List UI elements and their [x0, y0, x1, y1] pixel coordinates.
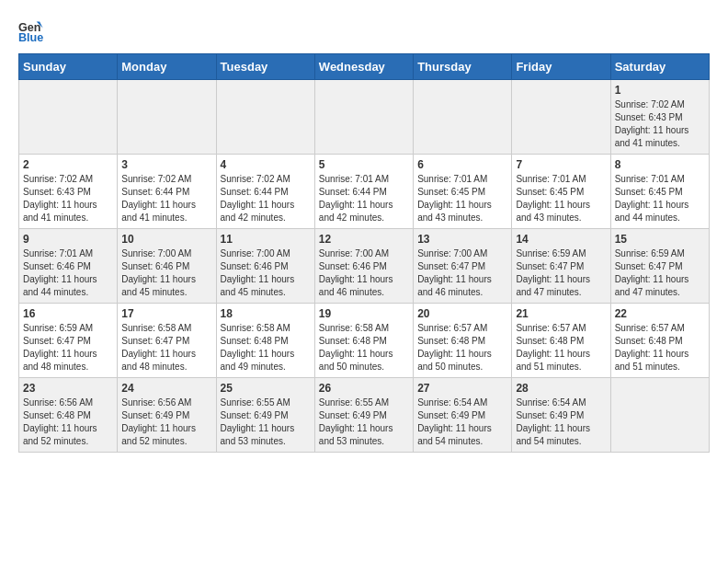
day-info: Sunrise: 7:02 AMSunset: 6:44 PMDaylight:… [121, 173, 211, 224]
calendar-cell-4-4: 27Sunrise: 6:54 AMSunset: 6:49 PMDayligh… [414, 378, 512, 453]
day-number: 24 [121, 382, 211, 395]
weekday-monday: Monday [118, 54, 216, 80]
calendar-cell-3-4: 20Sunrise: 6:57 AMSunset: 6:48 PMDayligh… [414, 304, 512, 378]
calendar-cell-4-5: 28Sunrise: 6:54 AMSunset: 6:49 PMDayligh… [512, 378, 610, 453]
calendar-cell-2-3: 12Sunrise: 7:00 AMSunset: 6:46 PMDayligh… [314, 229, 413, 304]
day-info: Sunrise: 6:58 AMSunset: 6:48 PMDaylight:… [319, 322, 409, 373]
day-info: Sunrise: 6:55 AMSunset: 6:49 PMDaylight:… [319, 396, 409, 448]
day-number: 1 [615, 84, 705, 97]
day-info: Sunrise: 7:02 AMSunset: 6:43 PMDaylight:… [615, 98, 705, 150]
day-info: Sunrise: 7:00 AMSunset: 6:46 PMDaylight:… [221, 247, 311, 299]
weekday-wednesday: Wednesday [314, 54, 413, 80]
day-number: 6 [417, 158, 507, 171]
day-info: Sunrise: 6:59 AMSunset: 6:47 PMDaylight:… [23, 322, 113, 373]
weekday-friday: Friday [512, 54, 610, 80]
day-number: 21 [516, 307, 606, 320]
day-number: 11 [221, 233, 311, 246]
day-number: 23 [23, 382, 113, 395]
calendar-cell-1-5: 7Sunrise: 7:01 AMSunset: 6:45 PMDaylight… [512, 155, 610, 229]
day-number: 25 [221, 382, 311, 395]
calendar-cell-4-1: 24Sunrise: 6:56 AMSunset: 6:49 PMDayligh… [118, 378, 216, 453]
svg-text:Blue: Blue [18, 31, 43, 44]
weekday-sunday: Sunday [19, 54, 118, 80]
day-info: Sunrise: 6:56 AMSunset: 6:49 PMDaylight:… [121, 396, 211, 448]
calendar-cell-3-0: 16Sunrise: 6:59 AMSunset: 6:47 PMDayligh… [19, 304, 118, 378]
day-number: 22 [615, 307, 705, 320]
day-info: Sunrise: 6:58 AMSunset: 6:47 PMDaylight:… [121, 322, 211, 373]
calendar-cell-0-0 [19, 80, 118, 155]
calendar-week-1: 2Sunrise: 7:02 AMSunset: 6:43 PMDaylight… [19, 155, 710, 229]
calendar-cell-2-4: 13Sunrise: 7:00 AMSunset: 6:47 PMDayligh… [414, 229, 512, 304]
day-info: Sunrise: 7:01 AMSunset: 6:44 PMDaylight:… [319, 173, 409, 224]
logo: Gen Blue [18, 18, 48, 44]
calendar-cell-2-0: 9Sunrise: 7:01 AMSunset: 6:46 PMDaylight… [19, 229, 118, 304]
day-number: 8 [615, 158, 705, 171]
calendar-cell-0-4 [414, 80, 512, 155]
day-info: Sunrise: 6:54 AMSunset: 6:49 PMDaylight:… [417, 396, 507, 448]
calendar-cell-0-6: 1Sunrise: 7:02 AMSunset: 6:43 PMDaylight… [610, 80, 709, 155]
day-number: 26 [319, 382, 409, 395]
day-info: Sunrise: 7:00 AMSunset: 6:46 PMDaylight:… [121, 247, 211, 299]
calendar-cell-1-6: 8Sunrise: 7:01 AMSunset: 6:45 PMDaylight… [610, 155, 709, 229]
calendar-body: 1Sunrise: 7:02 AMSunset: 6:43 PMDaylight… [19, 80, 710, 453]
weekday-tuesday: Tuesday [216, 54, 314, 80]
day-number: 28 [516, 382, 606, 395]
page-header: Gen Blue [18, 18, 710, 44]
day-info: Sunrise: 6:59 AMSunset: 6:47 PMDaylight:… [615, 247, 705, 299]
logo-icon: Gen Blue [18, 18, 44, 44]
day-number: 27 [417, 382, 507, 395]
day-number: 2 [23, 158, 113, 171]
calendar-week-3: 16Sunrise: 6:59 AMSunset: 6:47 PMDayligh… [19, 304, 710, 378]
calendar-cell-2-5: 14Sunrise: 6:59 AMSunset: 6:47 PMDayligh… [512, 229, 610, 304]
calendar-cell-1-3: 5Sunrise: 7:01 AMSunset: 6:44 PMDaylight… [314, 155, 413, 229]
day-info: Sunrise: 6:59 AMSunset: 6:47 PMDaylight:… [516, 247, 606, 299]
day-number: 18 [221, 307, 311, 320]
day-info: Sunrise: 6:57 AMSunset: 6:48 PMDaylight:… [417, 322, 507, 373]
day-number: 15 [615, 233, 705, 246]
day-info: Sunrise: 6:56 AMSunset: 6:48 PMDaylight:… [23, 396, 113, 448]
day-number: 14 [516, 233, 606, 246]
calendar-cell-1-1: 3Sunrise: 7:02 AMSunset: 6:44 PMDaylight… [118, 155, 216, 229]
calendar-cell-3-1: 17Sunrise: 6:58 AMSunset: 6:47 PMDayligh… [118, 304, 216, 378]
calendar-cell-3-6: 22Sunrise: 6:57 AMSunset: 6:48 PMDayligh… [610, 304, 709, 378]
calendar-cell-1-0: 2Sunrise: 7:02 AMSunset: 6:43 PMDaylight… [19, 155, 118, 229]
day-info: Sunrise: 6:58 AMSunset: 6:48 PMDaylight:… [221, 322, 311, 373]
day-info: Sunrise: 6:57 AMSunset: 6:48 PMDaylight:… [516, 322, 606, 373]
day-number: 4 [221, 158, 311, 171]
day-info: Sunrise: 7:00 AMSunset: 6:47 PMDaylight:… [417, 247, 507, 299]
day-info: Sunrise: 7:02 AMSunset: 6:44 PMDaylight:… [221, 173, 311, 224]
weekday-saturday: Saturday [610, 54, 709, 80]
day-info: Sunrise: 7:01 AMSunset: 6:45 PMDaylight:… [417, 173, 507, 224]
day-number: 13 [417, 233, 507, 246]
day-number: 17 [121, 307, 211, 320]
day-info: Sunrise: 6:57 AMSunset: 6:48 PMDaylight:… [615, 322, 705, 373]
calendar-cell-0-3 [314, 80, 413, 155]
calendar-cell-3-3: 19Sunrise: 6:58 AMSunset: 6:48 PMDayligh… [314, 304, 413, 378]
calendar-cell-2-1: 10Sunrise: 7:00 AMSunset: 6:46 PMDayligh… [118, 229, 216, 304]
day-info: Sunrise: 7:01 AMSunset: 6:46 PMDaylight:… [23, 247, 113, 299]
calendar-cell-1-2: 4Sunrise: 7:02 AMSunset: 6:44 PMDaylight… [216, 155, 314, 229]
calendar-cell-4-0: 23Sunrise: 6:56 AMSunset: 6:48 PMDayligh… [19, 378, 118, 453]
calendar-table: SundayMondayTuesdayWednesdayThursdayFrid… [18, 53, 710, 453]
calendar-week-2: 9Sunrise: 7:01 AMSunset: 6:46 PMDaylight… [19, 229, 710, 304]
day-number: 3 [121, 158, 211, 171]
calendar-cell-0-2 [216, 80, 314, 155]
day-number: 7 [516, 158, 606, 171]
calendar-cell-0-1 [118, 80, 216, 155]
calendar-cell-0-5 [512, 80, 610, 155]
day-info: Sunrise: 6:54 AMSunset: 6:49 PMDaylight:… [516, 396, 606, 448]
day-number: 16 [23, 307, 113, 320]
day-number: 20 [417, 307, 507, 320]
calendar-cell-1-4: 6Sunrise: 7:01 AMSunset: 6:45 PMDaylight… [414, 155, 512, 229]
calendar-cell-2-6: 15Sunrise: 6:59 AMSunset: 6:47 PMDayligh… [610, 229, 709, 304]
weekday-thursday: Thursday [414, 54, 512, 80]
day-number: 9 [23, 233, 113, 246]
calendar-cell-3-5: 21Sunrise: 6:57 AMSunset: 6:48 PMDayligh… [512, 304, 610, 378]
day-info: Sunrise: 7:01 AMSunset: 6:45 PMDaylight:… [516, 173, 606, 224]
day-number: 19 [319, 307, 409, 320]
day-info: Sunrise: 6:55 AMSunset: 6:49 PMDaylight:… [221, 396, 311, 448]
calendar-week-0: 1Sunrise: 7:02 AMSunset: 6:43 PMDaylight… [19, 80, 710, 155]
calendar-week-4: 23Sunrise: 6:56 AMSunset: 6:48 PMDayligh… [19, 378, 710, 453]
day-info: Sunrise: 7:02 AMSunset: 6:43 PMDaylight:… [23, 173, 113, 224]
calendar-cell-4-6 [610, 378, 709, 453]
